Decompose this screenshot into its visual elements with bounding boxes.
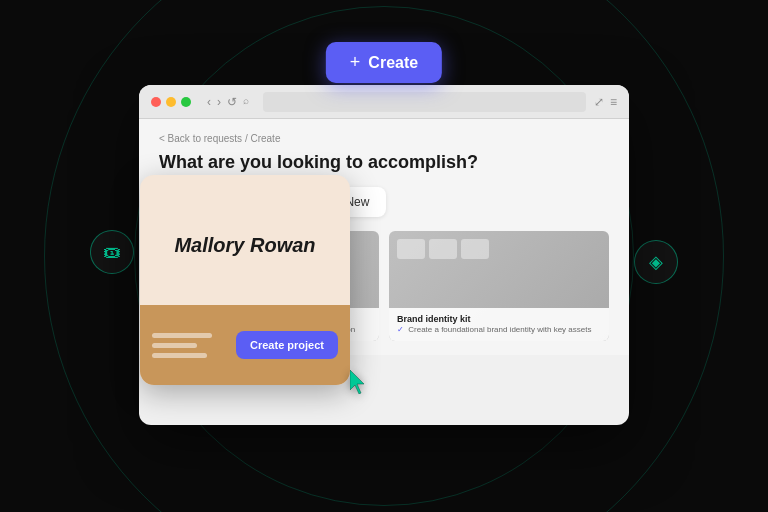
card-desc-2: ✓ Create a foundational brand identity w… (397, 325, 601, 335)
card-desc-text-2: Create a foundational brand identity wit… (408, 325, 591, 334)
plus-icon: + (350, 52, 361, 73)
profile-lines (152, 333, 212, 358)
create-button[interactable]: + Create (326, 42, 442, 83)
menu-icon: ≡ (610, 95, 617, 109)
url-bar[interactable] (263, 92, 586, 112)
close-button[interactable] (151, 97, 161, 107)
badge-icon-left: 🎟 (90, 230, 134, 274)
card-visual-2 (389, 231, 609, 267)
cp-item (429, 239, 457, 259)
cp-item (461, 239, 489, 259)
profile-card-top: Mallory Rowan (140, 175, 350, 305)
create-button-label: Create (368, 54, 418, 72)
badge-icon-right: ◈ (634, 240, 678, 284)
checkmark-icon-2: ✓ (397, 325, 404, 334)
search-icon[interactable]: ⌕ (243, 95, 249, 109)
browser-toolbar-right: ⤢ ≡ (594, 95, 617, 109)
card-label-2: Brand identity kit ✓ Create a foundation… (389, 308, 609, 341)
minimize-button[interactable] (166, 97, 176, 107)
ticket-icon: 🎟 (103, 242, 121, 263)
page-title: What are you looking to accomplish? (159, 152, 609, 173)
profile-line-2 (152, 343, 197, 348)
breadcrumb: < Back to requests / Create (159, 133, 609, 144)
create-project-button[interactable]: Create project (236, 331, 338, 359)
expand-icon: ⤢ (594, 95, 604, 109)
nav-icons: ‹ › ↺ ⌕ (207, 95, 249, 109)
traffic-lights (151, 97, 191, 107)
profile-line-1 (152, 333, 212, 338)
profile-name: Mallory Rowan (174, 234, 315, 257)
maximize-button[interactable] (181, 97, 191, 107)
forward-icon[interactable]: › (217, 95, 221, 109)
back-icon[interactable]: ‹ (207, 95, 211, 109)
browser-toolbar: ‹ › ↺ ⌕ ⤢ ≡ (139, 85, 629, 119)
profile-card: Mallory Rowan Create project (140, 175, 350, 385)
refresh-icon[interactable]: ↺ (227, 95, 237, 109)
profile-line-3 (152, 353, 207, 358)
cp-item (397, 239, 425, 259)
diamond-icon: ◈ (649, 251, 663, 273)
card-brand[interactable]: Brand identity kit ✓ Create a foundation… (389, 231, 609, 341)
card-title-2: Brand identity kit (397, 314, 601, 324)
profile-card-bottom: Create project (140, 305, 350, 385)
